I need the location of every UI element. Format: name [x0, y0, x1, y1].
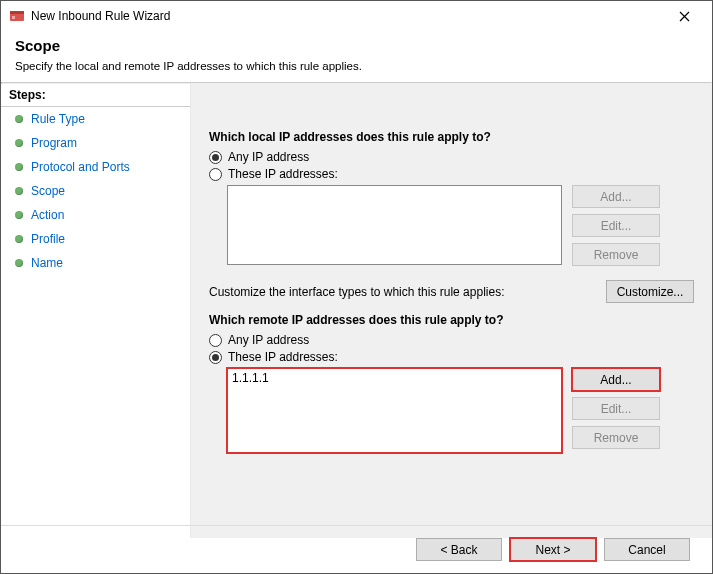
step-rule-type[interactable]: Rule Type: [1, 107, 190, 131]
cancel-button[interactable]: Cancel: [604, 538, 690, 561]
bullet-icon: [15, 187, 23, 195]
wizard-header: Scope Specify the local and remote IP ad…: [1, 31, 712, 82]
bullet-icon: [15, 139, 23, 147]
svg-rect-1: [10, 11, 24, 14]
bullet-icon: [15, 115, 23, 123]
local-these-label: These IP addresses:: [228, 167, 338, 181]
bullet-icon: [15, 211, 23, 219]
step-profile[interactable]: Profile: [1, 227, 190, 251]
local-these-row[interactable]: These IP addresses:: [209, 167, 694, 181]
step-program[interactable]: Program: [1, 131, 190, 155]
local-any-radio[interactable]: [209, 151, 222, 164]
page-subtitle: Specify the local and remote IP addresse…: [15, 60, 698, 72]
step-scope[interactable]: Scope: [1, 179, 190, 203]
customize-button[interactable]: Customize...: [606, 280, 694, 303]
steps-sidebar: Steps: Rule Type Program Protocol and Po…: [1, 84, 191, 538]
bullet-icon: [15, 259, 23, 267]
step-label: Name: [31, 256, 63, 270]
content-panel: Which local IP addresses does this rule …: [191, 84, 712, 538]
local-any-row[interactable]: Any IP address: [209, 150, 694, 164]
remote-these-radio[interactable]: [209, 351, 222, 364]
next-button[interactable]: Next >: [510, 538, 596, 561]
page-title: Scope: [15, 37, 698, 54]
firewall-icon: [9, 8, 25, 24]
remote-any-label: Any IP address: [228, 333, 309, 347]
step-label: Profile: [31, 232, 65, 246]
remote-edit-button: Edit...: [572, 397, 660, 420]
step-label: Protocol and Ports: [31, 160, 130, 174]
close-button[interactable]: [664, 2, 704, 30]
remote-remove-button: Remove: [572, 426, 660, 449]
remote-add-button[interactable]: Add...: [572, 368, 660, 391]
remote-these-row[interactable]: These IP addresses:: [209, 350, 694, 364]
step-action[interactable]: Action: [1, 203, 190, 227]
step-label: Program: [31, 136, 77, 150]
window-title: New Inbound Rule Wizard: [31, 9, 664, 23]
bullet-icon: [15, 235, 23, 243]
back-button[interactable]: < Back: [416, 538, 502, 561]
local-any-label: Any IP address: [228, 150, 309, 164]
remote-question: Which remote IP addresses does this rule…: [209, 313, 694, 327]
step-label: Rule Type: [31, 112, 85, 126]
bullet-icon: [15, 163, 23, 171]
step-protocol-ports[interactable]: Protocol and Ports: [1, 155, 190, 179]
remote-ip-list[interactable]: 1.1.1.1: [227, 368, 562, 453]
wizard-footer: < Back Next > Cancel: [1, 525, 712, 573]
step-name[interactable]: Name: [1, 251, 190, 275]
local-these-radio[interactable]: [209, 168, 222, 181]
steps-header: Steps:: [1, 84, 190, 107]
remote-these-label: These IP addresses:: [228, 350, 338, 364]
titlebar: New Inbound Rule Wizard: [1, 1, 712, 31]
step-label: Action: [31, 208, 64, 222]
remote-any-row[interactable]: Any IP address: [209, 333, 694, 347]
remote-ip-item[interactable]: 1.1.1.1: [232, 371, 557, 385]
remote-any-radio[interactable]: [209, 334, 222, 347]
local-question: Which local IP addresses does this rule …: [209, 130, 694, 144]
wizard-window: New Inbound Rule Wizard Scope Specify th…: [0, 0, 713, 574]
customize-text: Customize the interface types to which t…: [209, 285, 504, 299]
wizard-body: Steps: Rule Type Program Protocol and Po…: [1, 84, 712, 538]
local-edit-button: Edit...: [572, 214, 660, 237]
svg-rect-2: [12, 16, 15, 19]
step-label: Scope: [31, 184, 65, 198]
local-ip-list: [227, 185, 562, 265]
local-remove-button: Remove: [572, 243, 660, 266]
local-add-button: Add...: [572, 185, 660, 208]
